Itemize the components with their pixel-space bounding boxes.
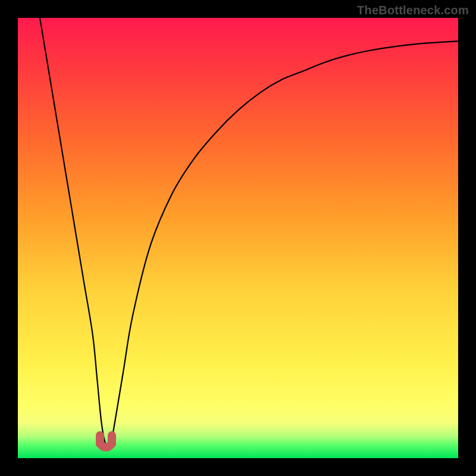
optimal-marker bbox=[100, 436, 112, 447]
bottleneck-curve bbox=[40, 18, 458, 447]
plot-area bbox=[18, 18, 458, 458]
watermark-text: TheBottleneck.com bbox=[357, 4, 469, 17]
curve-svg bbox=[18, 18, 458, 458]
